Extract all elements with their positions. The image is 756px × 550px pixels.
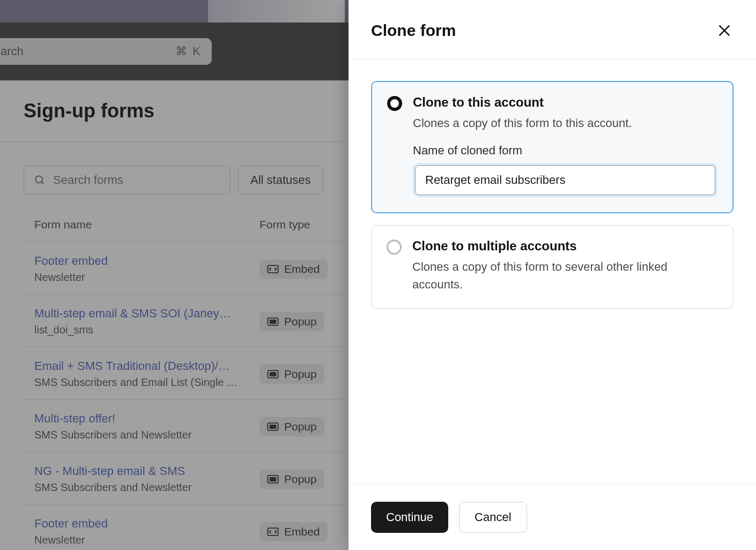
option-clone-this-account[interactable]: Clone to this account Clones a copy of t… (371, 81, 733, 213)
close-button[interactable] (715, 21, 733, 40)
clone-form-panel: Clone form Clone to this account Clones … (349, 0, 756, 550)
cancel-button[interactable]: Cancel (459, 502, 527, 533)
panel-body: Clone to this account Clones a copy of t… (349, 60, 756, 484)
continue-button[interactable]: Continue (371, 502, 448, 533)
clone-name-label: Name of cloned form (413, 144, 717, 158)
clone-name-focus-ring (413, 163, 717, 197)
panel-header: Clone form (349, 0, 756, 60)
panel-footer: Continue Cancel (349, 484, 756, 550)
option-desc: Clones a copy of this form to this accou… (413, 114, 717, 132)
panel-title: Clone form (371, 21, 456, 40)
option-title: Clone to multiple accounts (412, 239, 718, 254)
option-title: Clone to this account (413, 95, 717, 110)
option-clone-multiple-accounts[interactable]: Clone to multiple accounts Clones a copy… (371, 225, 733, 309)
option-desc: Clones a copy of this form to several ot… (412, 258, 718, 293)
close-icon (717, 24, 731, 38)
radio-this-account[interactable] (387, 96, 402, 111)
radio-multiple-accounts[interactable] (387, 240, 402, 255)
clone-name-input[interactable] (415, 165, 715, 195)
